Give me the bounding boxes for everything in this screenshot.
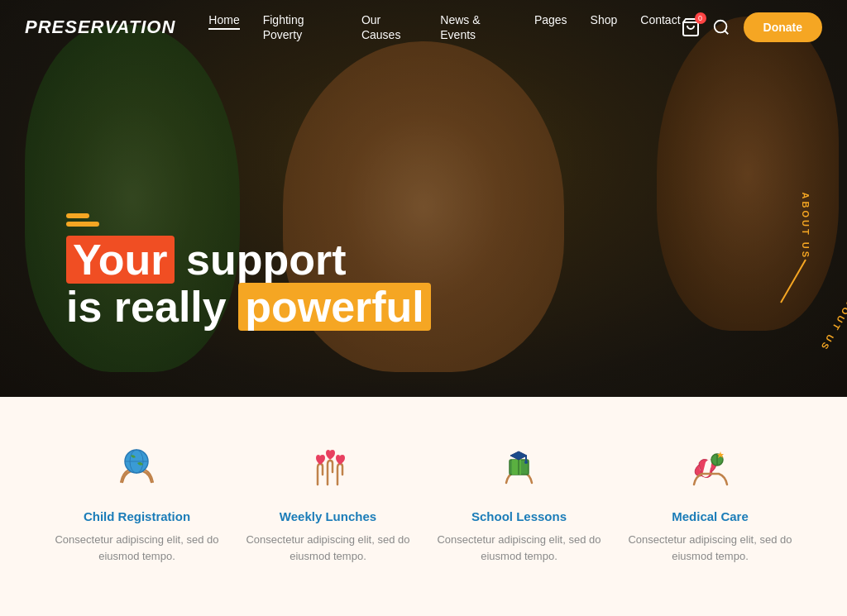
school-lessons-desc: Consectetur adipiscing elit, sed do eius… — [437, 532, 602, 564]
school-lessons-icon — [490, 438, 548, 496]
service-card-school-lessons: School Lessons Consectetur adipiscing el… — [437, 438, 602, 564]
service-card-child-registration: Child Registration Consectetur adipiscin… — [55, 438, 220, 564]
weekly-lunches-title: Weekly Lunches — [246, 509, 411, 523]
cart-icon[interactable]: 0 — [681, 17, 701, 37]
search-icon[interactable] — [712, 18, 730, 36]
navbar: Preservation Home Fighting Poverty Our C… — [0, 0, 847, 54]
nav-item-home[interactable]: Home — [208, 12, 239, 42]
hero-decoration — [66, 213, 431, 227]
svg-marker-9 — [510, 451, 527, 460]
child-registration-desc: Consectetur adipiscing elit, sed do eius… — [55, 532, 220, 564]
medical-care-icon — [682, 438, 739, 496]
nav-links: Home Fighting Poverty Our Causes News & … — [208, 12, 680, 42]
svg-rect-7 — [512, 460, 521, 475]
nav-item-shop[interactable]: Shop — [591, 12, 618, 42]
medical-care-desc: Consectetur adipiscing elit, sed do eius… — [628, 532, 793, 564]
nav-item-fighting-poverty[interactable]: Fighting Poverty — [263, 12, 338, 42]
nav-icons: 0 — [681, 17, 730, 37]
about-us-decoration: ABOUT US ABOUT US — [698, 207, 830, 372]
service-card-weekly-lunches: Weekly Lunches Consectetur adipiscing el… — [246, 438, 411, 564]
nav-item-our-causes[interactable]: Our Causes — [361, 12, 417, 42]
weekly-lunches-icon — [299, 438, 357, 496]
hero-section: Your support is really powerful ABOUT US… — [0, 0, 847, 397]
child-registration-icon — [108, 438, 166, 496]
nav-item-contact[interactable]: Contact — [640, 12, 680, 42]
svg-line-2 — [725, 31, 728, 34]
hero-title: Your support is really powerful — [66, 236, 431, 331]
about-us-text-1: ABOUT US — [801, 193, 811, 260]
svg-rect-10 — [525, 456, 527, 461]
cart-badge: 0 — [695, 12, 706, 24]
svg-point-1 — [714, 20, 726, 32]
school-lessons-title: School Lessons — [437, 509, 602, 523]
hero-powerful-word: powerful — [238, 283, 431, 331]
child-registration-title: Child Registration — [55, 509, 220, 523]
svg-point-11 — [524, 461, 528, 464]
hero-your-word: Your — [66, 236, 175, 284]
nav-item-news-events[interactable]: News & Events — [440, 12, 511, 42]
donate-button[interactable]: Donate — [744, 12, 822, 42]
services-section: Child Registration Consectetur adipiscin… — [0, 397, 847, 597]
hero-content: Your support is really powerful — [66, 213, 431, 331]
service-card-medical-care: Medical Care Consectetur adipiscing elit… — [628, 438, 793, 564]
weekly-lunches-desc: Consectetur adipiscing elit, sed do eius… — [246, 532, 411, 564]
nav-item-pages[interactable]: Pages — [534, 12, 567, 42]
site-logo[interactable]: Preservation — [25, 17, 175, 38]
medical-care-title: Medical Care — [628, 509, 793, 523]
